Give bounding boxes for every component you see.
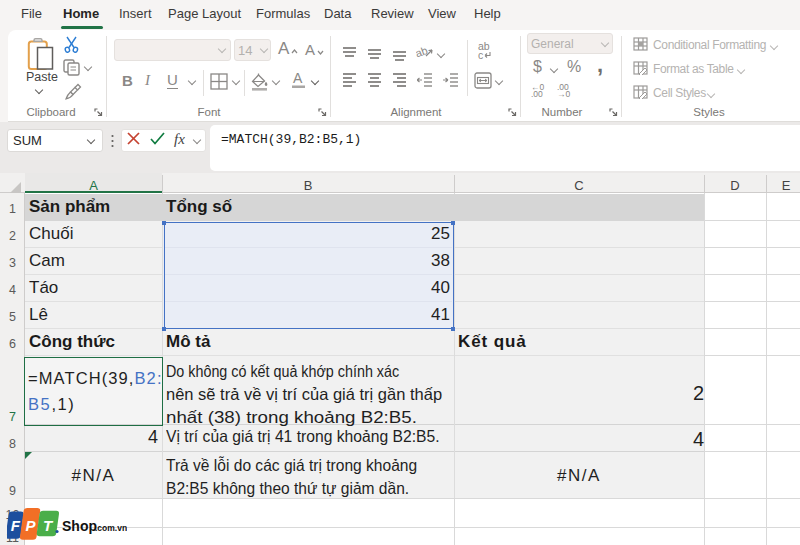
svg-text:ab: ab (416, 44, 429, 59)
svg-text:P: P (25, 517, 36, 534)
svg-text:.com.vn: .com.vn (95, 523, 127, 533)
svg-text:F: F (11, 517, 21, 534)
svg-text:Shop: Shop (62, 518, 97, 534)
svg-text:c: c (478, 49, 483, 60)
svg-text:A: A (293, 70, 303, 86)
